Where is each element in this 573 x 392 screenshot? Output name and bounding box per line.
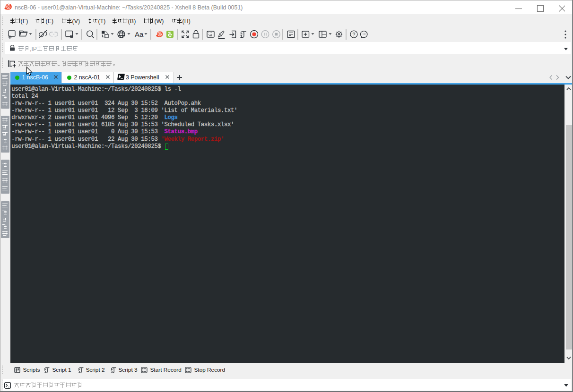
svg-text:?: ?	[353, 32, 356, 37]
svg-text:Aa: Aa	[135, 30, 144, 38]
